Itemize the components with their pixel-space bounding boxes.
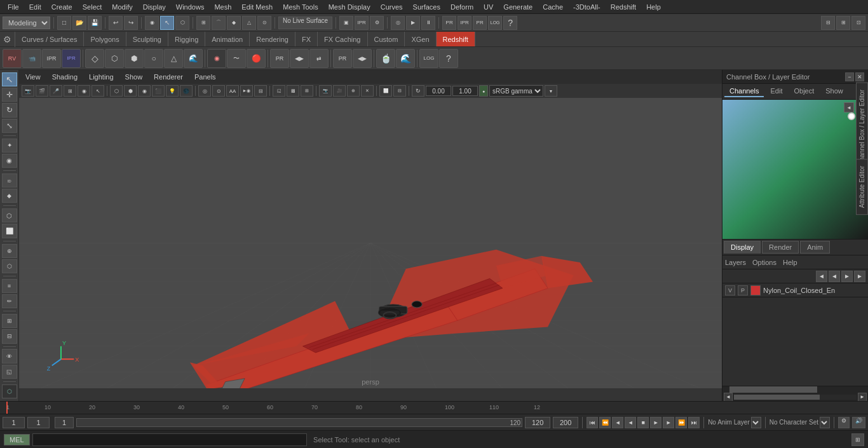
shelf-tab-sculpting[interactable]: Sculpting (126, 32, 168, 46)
menu-mesh[interactable]: Mesh (209, 2, 236, 12)
layers-menu-item[interactable]: Layers (725, 259, 746, 266)
goto-start-btn[interactable]: ⏮ (587, 417, 598, 428)
select-tool-lt[interactable]: ↖ (2, 72, 17, 86)
shelf-tab-curves-surfaces[interactable]: Curves / Surfaces (15, 32, 84, 46)
save-scene-button[interactable]: 💾 (88, 16, 102, 30)
char-set-select[interactable]: ▼ (820, 417, 830, 428)
menu-curves[interactable]: Curves (376, 2, 408, 12)
shelf-icon-16[interactable]: ⇄ (309, 49, 329, 68)
select-mode-button[interactable]: ◉ (145, 16, 159, 30)
options-menu-item[interactable]: Options (752, 259, 776, 266)
shelf-icon-19[interactable]: 🍵 (376, 49, 395, 68)
shelf-icon-10[interactable]: 🌊 (184, 49, 203, 68)
vp-tb-audio[interactable]: 🎤 (50, 85, 62, 97)
layer-btn-4[interactable]: ► (854, 271, 865, 282)
lt-rect-select[interactable]: ⬜ (2, 224, 17, 238)
menu-deform[interactable]: Deform (445, 2, 478, 12)
rp-anim-tab[interactable]: Anim (800, 241, 830, 254)
lt-paint[interactable]: ✏ (2, 294, 17, 308)
next-frame-btn[interactable]: ► (663, 417, 674, 428)
vp-tb-isolate[interactable]: ◎ (198, 85, 211, 97)
menu-edit-mesh[interactable]: Edit Mesh (236, 2, 278, 12)
vp-tb-cam2[interactable]: 🎥 (333, 85, 346, 97)
horizontal-scrollbar[interactable] (734, 395, 857, 400)
snap-live-button[interactable]: ⊙ (257, 16, 271, 30)
no-live-surface-button[interactable]: No Live Surface (278, 17, 332, 29)
shelf-tab-rigging[interactable]: Rigging (168, 32, 205, 46)
vp-menu-lighting[interactable]: Lighting (86, 72, 116, 82)
vp-tb-cam1[interactable]: 📷 (319, 85, 332, 97)
vp-tb-hud[interactable]: ⊟ (254, 85, 267, 97)
vp-tb-res1[interactable]: ◱ (273, 85, 285, 97)
vp-menu-renderer[interactable]: Renderer (151, 72, 186, 82)
lt-unknown3[interactable]: ◱ (2, 365, 17, 379)
scroll-right-btn[interactable]: ► (858, 393, 867, 402)
scale-tool-lt[interactable]: ⤡ (2, 119, 17, 133)
layout-btn3[interactable]: ⊡ (851, 16, 865, 30)
undo-button[interactable]: ↩ (109, 16, 123, 30)
vp-tb-select[interactable]: ↖ (92, 85, 104, 97)
layer-btn-1[interactable]: ◄ (816, 271, 827, 282)
vp-tb-snap[interactable]: ⊞ (64, 85, 76, 97)
paint-select-lt[interactable]: ⬡ (2, 208, 17, 222)
vp-tb-colorspace-icon[interactable]: ● (479, 85, 488, 97)
vp-tb-smooth[interactable]: ⬢ (124, 85, 137, 97)
anim-end-input[interactable] (525, 417, 550, 428)
vp-tb-snap2[interactable]: ◉ (78, 85, 90, 97)
snap-grid-button[interactable]: ⊞ (196, 16, 210, 30)
right-panel-scrollbar[interactable] (722, 386, 868, 392)
menu-create[interactable]: Create (46, 2, 78, 12)
script-editor-btn[interactable]: ⊞ (851, 433, 864, 446)
lt-crease[interactable]: ≡ (2, 279, 17, 293)
select-tool-button[interactable]: ↖ (160, 16, 174, 30)
timeline[interactable]: 1 10 20 30 40 50 60 70 80 90 100 110 12 (0, 401, 868, 414)
vp-tb-gate[interactable]: ⬜ (379, 85, 392, 97)
vp-tb-smooth2[interactable]: ◉ (138, 85, 151, 97)
vp-tb-camera[interactable]: 📷 (22, 85, 34, 97)
vp-tb-gate2[interactable]: ⊟ (393, 85, 406, 97)
vp-tb-res2[interactable]: ▩ (287, 85, 299, 97)
shelf-icon-8[interactable]: ○ (144, 49, 163, 68)
ipr-render-button[interactable]: IPR (355, 16, 369, 30)
shelf-icon-20[interactable]: 🌊 (396, 49, 415, 68)
scrollbar-thumb[interactable] (729, 386, 817, 393)
rs-help-btn[interactable]: ? (503, 16, 517, 30)
layout-btn1[interactable]: ⊟ (821, 16, 835, 30)
goto-end-btn[interactable]: ⏭ (688, 417, 700, 428)
playback-slider[interactable]: 120 (76, 418, 522, 427)
menu-redshift[interactable]: Redshift (606, 2, 641, 12)
lt-maya-icon[interactable]: ⬡ (2, 384, 17, 398)
shelf-icon-17[interactable]: PR (333, 49, 352, 68)
playback-range-input[interactable] (55, 417, 74, 428)
anim-layer-select[interactable]: ▼ (751, 417, 761, 428)
step-back-btn[interactable]: ⏪ (599, 417, 611, 428)
rp-channels-tab[interactable]: Channels (724, 86, 764, 97)
menu-3dtoall[interactable]: -3DtoAll- (568, 2, 606, 12)
new-scene-button[interactable]: □ (57, 16, 71, 30)
shelf-gear-icon[interactable]: ⚙ (0, 32, 15, 47)
play-back-btn[interactable]: ◄ (625, 417, 636, 428)
vp-coord-input[interactable] (426, 86, 451, 96)
vp-tb-aa[interactable]: AA (226, 85, 239, 97)
menu-select[interactable]: Select (78, 2, 107, 12)
rp-header-close[interactable]: ✕ (855, 72, 864, 81)
lt-hide[interactable]: 👁 (2, 349, 17, 363)
open-scene-button[interactable]: 📂 (72, 16, 86, 30)
snap-curve-button[interactable]: ⌒ (212, 16, 226, 30)
redo-button[interactable]: ↪ (124, 16, 138, 30)
workspace-selector[interactable]: Modeling (3, 17, 50, 29)
render-view-button[interactable]: ▣ (339, 16, 353, 30)
viewport-3d[interactable]: X Y Z persp (19, 98, 722, 388)
menu-cache[interactable]: Cache (538, 2, 568, 12)
stop-btn[interactable]: ■ (637, 417, 649, 428)
shelf-icon-6[interactable]: ⬡ (105, 49, 124, 68)
vp-tb-tex[interactable]: ⬛ (152, 85, 165, 97)
shelf-icon-4[interactable]: IPR (62, 49, 81, 68)
shelf-icon-14[interactable]: PR (270, 49, 289, 68)
vp-tb-cam3[interactable]: ⊕ (347, 85, 360, 97)
menu-edit[interactable]: Edit (24, 2, 46, 12)
snap-point-button[interactable]: ◆ (227, 16, 241, 30)
shelf-icon-2[interactable]: 📹 (22, 49, 41, 68)
shelf-icon-11[interactable]: ◉ (207, 49, 226, 68)
shelf-icon-1[interactable]: RV (3, 49, 22, 68)
